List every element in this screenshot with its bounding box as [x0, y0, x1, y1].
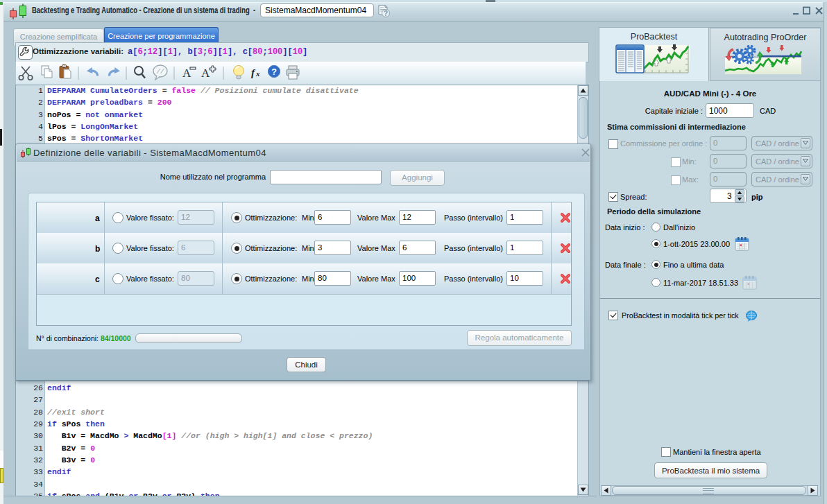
svg-text:?: ? — [271, 67, 277, 77]
svg-text:x: x — [255, 69, 260, 78]
svg-text:f: f — [251, 67, 256, 78]
svg-text://: // — [157, 69, 164, 76]
svg-text:A: A — [201, 67, 210, 80]
svg-text:?: ? — [384, 10, 388, 17]
